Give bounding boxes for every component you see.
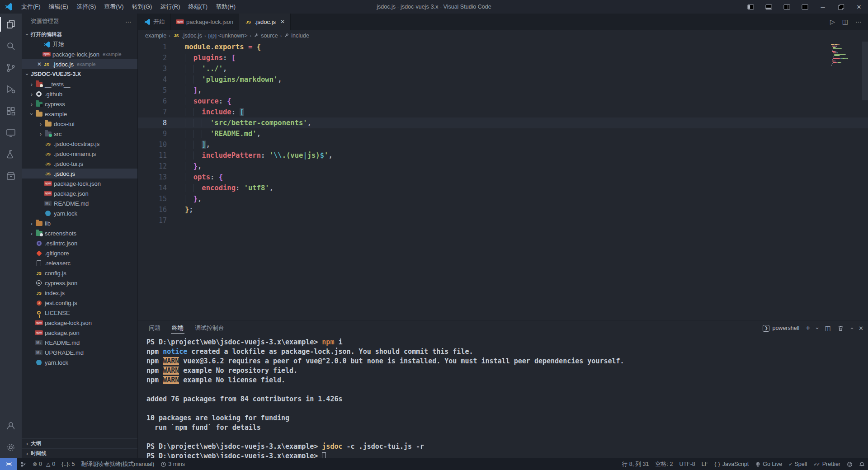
- tree-item-jsdoc-minami-js[interactable]: JS.jsdoc-minami.js: [22, 149, 137, 159]
- panel-tab-问题[interactable]: 问题: [146, 320, 163, 336]
- indentation[interactable]: 空格: 2: [652, 458, 676, 470]
- toggle-secondary-sidebar-icon[interactable]: [778, 0, 796, 14]
- tree-item-yarn-lock[interactable]: yarn.lock: [22, 357, 137, 367]
- tree-item-jsdoc-tui-js[interactable]: JS.jsdoc-tui.js: [22, 159, 137, 169]
- breadcrumb-example[interactable]: example: [145, 33, 166, 39]
- close-editor-icon[interactable]: ✕: [36, 61, 43, 67]
- menu-编辑-e[interactable]: 编辑(E): [45, 0, 72, 14]
- translator-status[interactable]: 翻译朗读者就绪(模式manual): [78, 458, 157, 470]
- open-editor-开始[interactable]: 开始: [22, 39, 137, 49]
- minimize-icon[interactable]: ─: [814, 0, 832, 14]
- search-icon[interactable]: [0, 35, 22, 57]
- run-debug-icon[interactable]: [0, 79, 22, 100]
- timer[interactable]: 3 mins: [157, 458, 188, 470]
- explorer-icon[interactable]: [0, 14, 22, 35]
- menu-终端-t[interactable]: 终端(T): [184, 0, 212, 14]
- terminal-dropdown-icon[interactable]: ›: [814, 327, 821, 329]
- tree-item-eslintrc-json[interactable]: .eslintrc.json: [22, 238, 137, 248]
- language-mode[interactable]: { }JavaScript: [711, 458, 752, 470]
- breadcrumb-jsdoc-js[interactable]: JS.jsdoc.js: [173, 32, 202, 39]
- editor-scrollbar[interactable]: [862, 42, 868, 100]
- tree-item-yarn-lock[interactable]: yarn.lock: [22, 208, 137, 218]
- close-icon[interactable]: ✕: [850, 0, 868, 14]
- menu-文件-f[interactable]: 文件(F): [17, 0, 45, 14]
- spell-checker[interactable]: ✓Spell: [785, 458, 810, 470]
- terminal-shell-selector[interactable]: ❯ powershell: [763, 325, 799, 332]
- problems[interactable]: ⊗0△0: [29, 458, 58, 470]
- tab-jsdoc-js[interactable]: JS.jsdoc.js✕: [239, 14, 291, 30]
- tree-item-cypress[interactable]: ›cypress: [22, 99, 137, 109]
- code-editor[interactable]: 1module.exports = {2 plugins: [3 '../',4…: [138, 42, 868, 320]
- eol[interactable]: LF: [698, 458, 712, 470]
- restore-icon[interactable]: [832, 0, 850, 14]
- cursor-position[interactable]: 行 8, 列 31: [619, 458, 652, 470]
- breadcrumb-unknown[interactable]: [@]<unknown>: [208, 33, 248, 39]
- tree-item-cypress-json[interactable]: cycypress.json: [22, 278, 137, 288]
- encoding[interactable]: UTF-8: [676, 458, 698, 470]
- tree-root-header[interactable]: › JSDOC-VUEJS-3.X: [22, 69, 137, 79]
- menu-选择-s[interactable]: 选择(S): [72, 0, 100, 14]
- menu-运行-r[interactable]: 运行(R): [156, 0, 184, 14]
- tab-开始[interactable]: 开始: [138, 14, 171, 30]
- new-terminal-icon[interactable]: +: [806, 324, 810, 333]
- terminal-output[interactable]: PS D:\project\web\jsdoc-vuejs-3.x\exampl…: [138, 336, 868, 458]
- accounts-icon[interactable]: [0, 415, 22, 437]
- maximize-panel-icon[interactable]: ›: [848, 327, 854, 329]
- tree-item-jsdoc-docstrap-js[interactable]: JS.jsdoc-docstrap.js: [22, 139, 137, 149]
- split-terminal-icon[interactable]: ◫: [825, 324, 831, 332]
- settings-gear-icon[interactable]: [0, 437, 22, 458]
- tree-item-src[interactable]: ›src: [22, 129, 137, 139]
- tree-item-lib[interactable]: ›lib: [22, 218, 137, 228]
- feedback[interactable]: [844, 458, 856, 470]
- bracket-count[interactable]: {..}: 5: [58, 458, 78, 470]
- tree-item-example[interactable]: ›example: [22, 109, 137, 119]
- split-editor-icon[interactable]: ◫: [842, 18, 848, 25]
- timeline-section[interactable]: ›时间线: [22, 448, 137, 458]
- menu-查看-v[interactable]: 查看(V): [100, 0, 127, 14]
- extensions-icon[interactable]: [0, 100, 22, 122]
- tree-item-tests[interactable]: ›__tests__: [22, 79, 137, 89]
- remote-explorer-icon[interactable]: [0, 122, 22, 144]
- tree-item-docs-tui[interactable]: ›docs-tui: [22, 119, 137, 129]
- tree-item-package-lock-json[interactable]: npmpackage-lock.json: [22, 179, 137, 188]
- tab-package-lock-json[interactable]: npmpackage-lock.json: [171, 14, 239, 30]
- tree-item-gitignore[interactable]: .gitignore: [22, 248, 137, 258]
- views-actions-icon[interactable]: ⋯: [125, 18, 132, 25]
- tree-item-package-json[interactable]: npmpackage.json: [22, 328, 137, 338]
- tree-item-package-lock-json[interactable]: npmpackage-lock.json: [22, 318, 137, 328]
- tree-item-package-json[interactable]: npmpackage.json: [22, 188, 137, 198]
- outline-section[interactable]: ›大纲: [22, 438, 137, 448]
- tree-item-upgrade-md[interactable]: M↓UPGRADE.md: [22, 348, 137, 357]
- minimap[interactable]: [831, 44, 860, 67]
- testing-beaker-icon[interactable]: [0, 144, 22, 165]
- prettier[interactable]: ✓✓Prettier: [810, 458, 844, 470]
- tree-item-jest-config-js[interactable]: Jjest.config.js: [22, 298, 137, 308]
- menu-帮助-h[interactable]: 帮助(H): [212, 0, 240, 14]
- more-actions-icon[interactable]: ⋯: [855, 18, 862, 25]
- toggle-panel-icon[interactable]: [760, 0, 778, 14]
- open-editor-package-lock-json[interactable]: npmpackage-lock.jsonexample: [22, 49, 137, 59]
- open-editor-jsdoc-js[interactable]: ✕JS.jsdoc.jsexample: [22, 59, 137, 69]
- panel-tab-终端[interactable]: 终端: [169, 320, 186, 336]
- box-drawer-icon[interactable]: [0, 165, 22, 187]
- remote-indicator[interactable]: ><: [0, 458, 17, 470]
- close-tab-icon[interactable]: ✕: [280, 19, 285, 25]
- tree-item-readme-md[interactable]: M↓README.md: [22, 198, 137, 208]
- customize-layout-icon[interactable]: [796, 0, 814, 14]
- tree-item-readme-md[interactable]: M↓README.md: [22, 338, 137, 348]
- panel-tab-调试控制台[interactable]: 调试控制台: [192, 320, 227, 336]
- notifications[interactable]: [856, 458, 868, 470]
- tree-item-config-js[interactable]: JSconfig.js: [22, 268, 137, 278]
- go-live[interactable]: Go Live: [752, 458, 785, 470]
- breadcrumb-source[interactable]: source: [254, 33, 278, 39]
- source-control-icon[interactable]: [0, 57, 22, 79]
- tree-item-jsdoc-js[interactable]: JS.jsdoc.js: [22, 169, 137, 179]
- toggle-sidebar-icon[interactable]: [741, 0, 760, 14]
- tree-item-screenshots[interactable]: ›screenshots: [22, 228, 137, 238]
- close-panel-icon[interactable]: ✕: [859, 325, 863, 332]
- open-editors-header[interactable]: › 打开的编辑器: [22, 29, 137, 39]
- tree-item-license[interactable]: LICENSE: [22, 308, 137, 318]
- kill-terminal-icon[interactable]: [837, 325, 844, 332]
- branch-indicator[interactable]: [17, 458, 29, 470]
- menu-转到-g[interactable]: 转到(G): [128, 0, 156, 14]
